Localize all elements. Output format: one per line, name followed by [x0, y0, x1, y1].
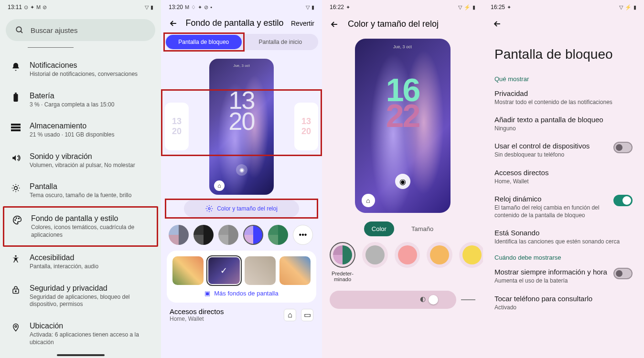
search-input[interactable]: Buscar ajustes — [6, 19, 155, 41]
shortcuts-title: Accesos directos — [170, 307, 224, 316]
wifi-icon: ▽ — [145, 4, 149, 11]
preview-date: Jue, 3 oct — [209, 63, 274, 68]
color-grey[interactable] — [362, 242, 388, 268]
dot-icon: • — [210, 4, 212, 10]
settings-item-display[interactable]: Pantalla Tema oscuro, tamaño de la fuent… — [0, 176, 161, 206]
lockscreen-carousel[interactable]: 1320 Jue, 3 oct 13 20 ◉ ⌂ 1320 — [161, 55, 322, 198]
wifi-icon: ▽ — [306, 4, 310, 11]
toggle-always-show[interactable] — [613, 268, 633, 279]
swatch-3[interactable] — [218, 225, 238, 245]
home-shortcut-icon: ⌂ — [214, 180, 225, 191]
volume-icon — [11, 152, 21, 163]
palette-icon — [12, 214, 22, 225]
more-wallpapers-button[interactable]: ▣ Más fondos de pantalla — [172, 290, 311, 297]
page-title: Fondo de pantalla y estilo — [185, 18, 283, 28]
settings-item-security[interactable]: Seguridad y privacidad Seguridad de apli… — [0, 277, 161, 315]
revert-button[interactable]: Revertir — [291, 20, 314, 27]
mail-icon: M — [36, 4, 41, 10]
clock-color-size-screen: 16:22 ✦ ▽ ⚡ ▮ Color y tamaño del reloj J… — [322, 0, 483, 358]
lockscreen-preview: Jue, 3 oct 16 22 ◉ ⌂ — [355, 39, 451, 213]
wallpaper-thumb-3[interactable] — [245, 256, 276, 285]
header: Color y tamaño del reloj — [322, 12, 483, 33]
tab-homescreen[interactable]: Pantalla de inicio — [243, 34, 319, 50]
shortcuts-sub: Home, Wallet — [170, 316, 224, 322]
preview-clock: 16 22 — [355, 77, 451, 129]
wallpaper-thumb-4[interactable] — [279, 256, 311, 285]
clock-color-row — [322, 242, 483, 268]
battery-icon: ▮ — [311, 4, 314, 11]
swatch-4-selected[interactable] — [243, 225, 263, 245]
charge-icon: ⚡ — [625, 4, 632, 11]
svg-rect-3 — [15, 93, 17, 94]
bell-icon — [11, 61, 21, 72]
status-time: 13:11 — [8, 4, 22, 11]
toggle-device-control[interactable] — [613, 142, 633, 153]
truncated-item: ———————— — [0, 44, 161, 51]
settings-screen: 13:11 ⊙ ✦ M ⊘ ▽ ▮ Buscar ajustes ———————… — [0, 0, 161, 358]
section-when-to-show: Cuándo debe mostrarse — [483, 250, 644, 263]
status-bar: 13:20 M ♢ ✦ ⊘ • ▽ ▮ — [161, 0, 322, 12]
color-yellow[interactable] — [459, 242, 483, 268]
home-icon: ⌂ — [284, 309, 296, 321]
item-add-text[interactable]: Añadir texto a pantalla de bloqueo Ningu… — [483, 111, 644, 137]
wifi-icon: ▽ — [619, 4, 623, 11]
battery-icon: ▮ — [150, 4, 153, 11]
settings-item-storage[interactable]: Almacenamiento 21 % usado · 101 GB dispo… — [0, 115, 161, 146]
item-privacy[interactable]: Privacidad Mostrar todo el contenido de … — [483, 84, 644, 111]
color-pink[interactable] — [395, 242, 420, 268]
color-orange[interactable] — [427, 242, 452, 268]
item-now-playing[interactable]: Está Sonando Identifica las canciones qu… — [483, 224, 644, 250]
saturation-slider[interactable] — [322, 282, 483, 309]
shield-icon: ✦ — [507, 4, 511, 11]
shield-icon: ✦ — [30, 4, 34, 11]
highlight-wallpaper: Fondo de pantalla y estilo Colores, icon… — [3, 206, 158, 247]
storage-icon — [11, 122, 21, 132]
item-tap-to-check[interactable]: Tocar teléfono para consultarlo Activado — [483, 290, 644, 311]
nav-handle[interactable] — [57, 354, 105, 356]
item-shortcuts[interactable]: Accesos directos Home, Wallet — [483, 164, 644, 190]
svg-rect-2 — [13, 94, 18, 101]
settings-item-sound[interactable]: Sonido y vibración Volumen, vibración al… — [0, 146, 161, 176]
charge-icon: ⚡ — [464, 4, 471, 11]
settings-item-wallpaper[interactable]: Fondo de pantalla y estilo Colores, icon… — [4, 208, 157, 245]
wallpaper-thumb-2-selected[interactable] — [207, 256, 240, 285]
swatch-1[interactable] — [169, 225, 189, 245]
tab-color[interactable]: Color — [364, 221, 394, 236]
toggle-dynamic-clock[interactable] — [613, 195, 633, 206]
cloud-icon: ⊘ — [204, 4, 208, 11]
battery-icon: ▮ — [633, 4, 636, 11]
settings-item-notifications[interactable]: Notificaciones Historial de notificacion… — [0, 54, 161, 85]
clock-icon: ⊙ — [24, 4, 28, 11]
color-default[interactable] — [330, 242, 355, 268]
svg-point-11 — [15, 255, 16, 257]
shield-icon: ✦ — [346, 4, 350, 11]
search-placeholder: Buscar ajustes — [31, 26, 77, 34]
status-time: 16:22 — [330, 4, 344, 11]
swatch-more[interactable]: ••• — [293, 225, 313, 245]
color-swatches: ••• — [161, 221, 322, 249]
swatch-5[interactable] — [268, 225, 288, 245]
highlight-carousel — [161, 89, 322, 156]
back-button[interactable] — [330, 20, 339, 29]
color-size-tabs: Color Tamaño — [322, 221, 483, 236]
tab-size[interactable]: Tamaño — [404, 221, 441, 236]
item-always-show[interactable]: Mostrar siempre información y hora Aumen… — [483, 263, 644, 289]
swatch-2[interactable] — [193, 225, 214, 245]
item-device-control[interactable]: Usar el control de dispositivos Sin desb… — [483, 137, 644, 163]
battery-icon — [11, 92, 21, 102]
settings-item-battery[interactable]: Batería 3 % · Carga completa a las 15:00 — [0, 85, 161, 116]
svg-point-7 — [14, 187, 18, 190]
settings-item-accessibility[interactable]: Accesibilidad Pantalla, interacción, aud… — [0, 247, 161, 277]
home-shortcut-icon: ⌂ — [362, 194, 375, 207]
settings-item-location[interactable]: Ubicación Activada: 6 aplicaciones tiene… — [0, 315, 161, 353]
accessibility-icon — [11, 253, 21, 264]
preview-date: Jue, 3 oct — [355, 44, 451, 49]
wallpaper-thumbnails: ▣ Más fondos de pantalla — [167, 251, 316, 303]
wallpaper-thumb-1[interactable] — [172, 256, 204, 285]
wallpaper-icon: ▣ — [204, 290, 210, 297]
back-button[interactable] — [493, 19, 634, 29]
back-button[interactable] — [169, 19, 178, 28]
shortcuts-row[interactable]: Accesos directos Home, Wallet ⌂ ▭ — [161, 305, 322, 325]
wifi-icon: ▽ — [458, 4, 462, 11]
item-dynamic-clock[interactable]: Reloj dinámico El tamaño del reloj cambi… — [483, 190, 644, 224]
